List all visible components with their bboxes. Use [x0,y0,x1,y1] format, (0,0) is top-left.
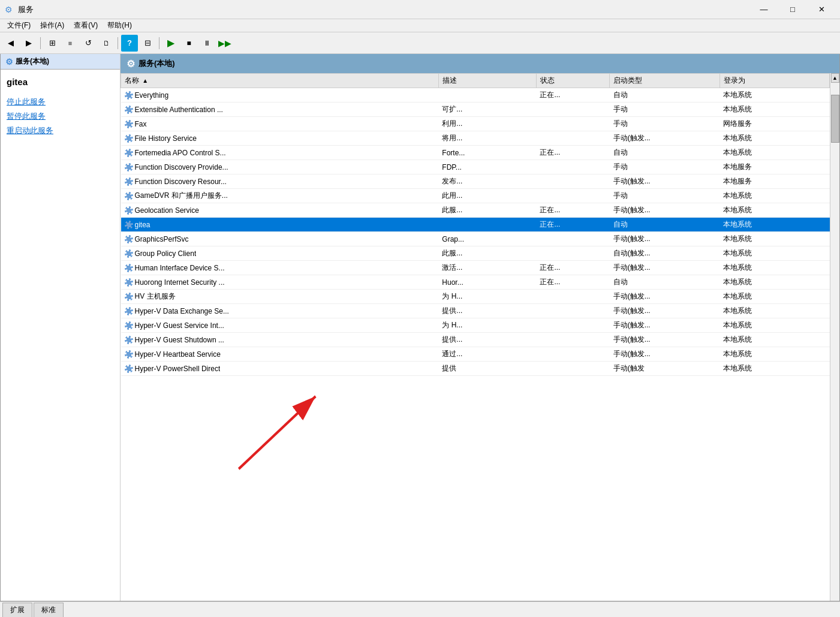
menu-item-查看V[interactable]: 查看(V) [69,19,103,32]
service-startup-type: 手动(触发... [610,203,719,218]
service-status [536,290,609,304]
service-desc: 通过... [438,347,536,362]
table-row[interactable]: HV 主机服务为 H...手动(触发...本地系统 [121,290,830,304]
service-status [536,304,609,318]
table-row[interactable]: Everything正在...自动本地系统 [121,88,830,103]
services-table-wrapper[interactable]: 名称 ▲ 描述 状态 启动类型 登录为 Everything正在...自动本地系… [121,73,839,601]
table-row[interactable]: Human Interface Device S...激活...正在...手动(… [121,261,830,275]
table-scroll-area[interactable]: 名称 ▲ 描述 状态 启动类型 登录为 Everything正在...自动本地系… [121,73,830,601]
col-header-startup[interactable]: 启动类型 [610,74,719,88]
table-row[interactable]: Hyper-V Guest Shutdown ...提供...手动(触发...本… [121,333,830,347]
service-login-as: 本地服务 [719,174,829,189]
service-gear-icon [125,91,133,100]
table-row[interactable]: File History Service将用...手动(触发...本地系统 [121,131,830,146]
stop-action-rest: 此服务 [22,97,46,106]
maximize-button[interactable]: □ [779,0,806,19]
table-row[interactable]: Group Policy Client此服...自动(触发...本地系统 [121,246,830,261]
right-panel-header: ⚙ 服务(本地) [121,54,839,73]
service-login-as: 本地系统 [719,333,829,347]
restart-service-link[interactable]: 重启动此服务 [7,125,114,136]
service-gear-icon [125,134,133,143]
service-desc: Grap... [438,232,536,246]
close-button[interactable]: ✕ [808,0,835,19]
table-row[interactable]: GameDVR 和广播用户服务...此用...手动本地系统 [121,189,830,203]
tab-standard[interactable]: 标准 [34,603,64,617]
service-desc [438,88,536,103]
service-gear-icon [125,192,133,200]
table-row[interactable]: Hyper-V Guest Service Int...为 H...手动(触发.… [121,318,830,333]
table-row[interactable]: gitea正在...自动本地系统 [121,218,830,232]
menu-item-操作A[interactable]: 操作(A) [35,19,69,32]
table-row[interactable]: Fax利用...手动网络服务 [121,117,830,131]
service-gear-icon [125,177,133,186]
menu-item-文件F[interactable]: 文件(F) [2,19,35,32]
table-row[interactable]: Hyper-V Data Exchange Se...提供...手动(触发...… [121,304,830,318]
service-status: 正在... [536,88,609,103]
table-header: 名称 ▲ 描述 状态 启动类型 登录为 [121,74,830,88]
refresh-button[interactable]: ↺ [80,35,97,52]
restart-service-button[interactable]: ▶▶ [216,35,233,52]
service-desc: 发布... [438,174,536,189]
service-startup-type: 手动 [610,189,719,203]
selected-service-title: gitea [7,77,114,87]
service-desc: 将用... [438,131,536,146]
table-row[interactable]: Hyper-V Heartbeat Service通过...手动(触发...本地… [121,347,830,362]
view-list-button[interactable]: ≡ [62,35,79,52]
menu-bar: 文件(F)操作(A)查看(V)帮助(H) [0,19,840,32]
service-name: Hyper-V Heartbeat Service [135,350,221,359]
start-service-button[interactable]: ▶ [162,35,179,52]
service-startup-type: 自动 [610,146,719,160]
service-desc: 此用... [438,189,536,203]
table-row[interactable]: Function Discovery Resour...发布...手动(触发..… [121,174,830,189]
col-header-desc[interactable]: 描述 [438,74,536,88]
stop-action-text: 停止 [7,97,22,106]
scrollbar-thumb[interactable] [831,95,839,143]
stop-service-link[interactable]: 停止此服务 [7,97,114,107]
toolbar: ◀ ▶ ⊞ ≡ ↺ 🗋 ? ⊟ ▶ ■ ⏸ ▶▶ [0,32,840,54]
help-button[interactable]: ? [121,35,138,52]
pause-service-button[interactable]: ⏸ [198,35,215,52]
table-row[interactable]: Function Discovery Provide...FDP...手动本地服… [121,160,830,174]
col-header-status[interactable]: 状态 [536,74,609,88]
service-gear-icon [125,365,133,373]
vertical-scrollbar[interactable]: ▲ [830,73,839,601]
table-row[interactable]: Hyper-V PowerShell Direct提供手动(触发本地系统 [121,362,830,376]
service-status [536,318,609,333]
service-login-as: 本地系统 [719,246,829,261]
stop-service-button[interactable]: ■ [180,35,197,52]
pause-action-rest: 此服务 [22,112,46,121]
pause-service-link[interactable]: 暂停此服务 [7,111,114,122]
services-list: Everything正在...自动本地系统Extensible Authenti… [121,88,830,376]
table-row[interactable]: Geolocation Service此服...正在...手动(触发...本地系… [121,203,830,218]
back-button[interactable]: ◀ [2,35,19,52]
service-startup-type: 手动 [610,160,719,174]
properties-button[interactable]: ⊟ [139,35,156,52]
service-login-as: 本地服务 [719,160,829,174]
forward-button[interactable]: ▶ [20,35,37,52]
table-row[interactable]: Extensible Authentication ...可扩...手动本地系统 [121,103,830,117]
table-row[interactable]: Huorong Internet Security ...Huor...正在..… [121,275,830,290]
col-header-name[interactable]: 名称 ▲ [121,74,439,88]
left-panel-header[interactable]: ⚙ 服务(本地) [1,54,120,70]
table-row[interactable]: Fortemedia APO Control S...Forte...正在...… [121,146,830,160]
service-startup-type: 手动(触发... [610,290,719,304]
scrollbar-up-button[interactable]: ▲ [831,73,839,83]
export-button[interactable]: 🗋 [98,35,115,52]
minimize-button[interactable]: — [750,0,778,19]
service-gear-icon [125,206,133,215]
left-panel-content: gitea 停止此服务 暂停此服务 重启动此服务 [1,70,120,601]
col-header-login[interactable]: 登录为 [719,74,829,88]
service-name: Function Discovery Resour... [135,177,227,186]
service-login-as: 本地系统 [719,275,829,290]
service-status [536,174,609,189]
right-panel-header-text: 服务(本地) [139,58,175,69]
service-status [536,232,609,246]
table-row[interactable]: GraphicsPerfSvcGrap...手动(触发...本地系统 [121,232,830,246]
service-gear-icon [125,106,133,114]
tab-expand[interactable]: 扩展 [2,603,32,617]
service-name: File History Service [135,134,197,143]
service-login-as: 本地系统 [719,131,829,146]
service-login-as: 本地系统 [719,304,829,318]
menu-item-帮助H[interactable]: 帮助(H) [103,19,137,32]
show-scope-tree-button[interactable]: ⊞ [44,35,61,52]
